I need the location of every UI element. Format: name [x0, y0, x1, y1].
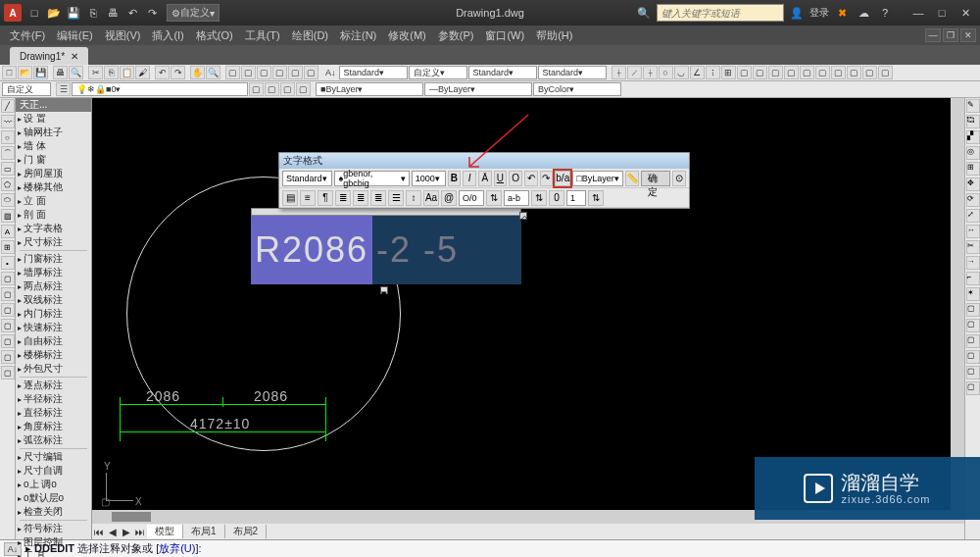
layer-mgr-icon[interactable]: ☰ — [56, 82, 71, 96]
me-align-center-icon[interactable]: ≣ — [353, 190, 368, 206]
array-icon[interactable]: ⊞ — [966, 162, 980, 176]
mirror-icon[interactable]: ▞ — [966, 130, 980, 144]
more-6-icon[interactable]: ▢ — [1, 350, 15, 364]
tb-dim-5[interactable]: ◡ — [674, 66, 689, 79]
command-option[interactable]: 放弃(U) — [159, 542, 195, 554]
layer-btn-4[interactable]: ▢ — [296, 82, 311, 96]
more-7-icon[interactable]: ▢ — [1, 366, 15, 380]
tb-dim-10[interactable]: ▢ — [753, 66, 767, 79]
sidebar-item[interactable]: ▸剖 面 — [16, 208, 91, 222]
text-icon[interactable]: A — [1, 225, 15, 238]
mtext-width-handle[interactable]: ◇ — [519, 212, 527, 220]
sidebar-item[interactable]: ▸角度标注 — [16, 420, 91, 433]
tb-dim-17[interactable]: ▢ — [862, 66, 877, 79]
command-line[interactable]: A↓ ▸ DDEDIT 选择注释对象或 [放弃(U)]: — [0, 539, 980, 557]
mtext-edit-box[interactable]: R2086 -2 -5 — [251, 216, 521, 284]
me-size-dropdown[interactable]: 1000 ▾ — [412, 171, 446, 186]
custom-label-drop[interactable]: 自定义 — [2, 82, 51, 96]
me-strikeout-button[interactable]: O — [509, 171, 522, 186]
mod-more-3[interactable]: ▢ — [966, 334, 980, 348]
explode-icon[interactable]: ✶ — [966, 287, 980, 301]
tab-layout1[interactable]: 布局1 — [183, 525, 225, 538]
sidebar-item[interactable]: ▸外包尺寸 — [16, 362, 91, 376]
me-stack-button[interactable]: b/a — [555, 171, 570, 186]
sidebar-item[interactable]: ▸图层控制 — [16, 535, 91, 549]
sidebar-item[interactable]: ▸楼梯标注 — [16, 348, 91, 362]
linetype-dropdown[interactable]: — ByLayer ▾ — [424, 82, 532, 96]
move-icon[interactable]: ✥ — [966, 177, 980, 191]
tb-dim-1[interactable]: ⟊ — [612, 66, 626, 79]
sidebar-item[interactable]: ▸o默认层o — [16, 491, 91, 505]
sidebar-item[interactable]: ▸直径标注 — [16, 406, 91, 420]
sidebar-item[interactable]: ▸快速标注 — [16, 321, 91, 334]
me-linesp-icon[interactable]: ↕ — [406, 190, 421, 206]
layout-nav-last-icon[interactable]: ⏭ — [133, 527, 147, 537]
tb-dim-16[interactable]: ▢ — [847, 66, 861, 79]
sidebar-item[interactable]: ▸尺寸标注 — [16, 235, 91, 249]
close-button[interactable]: ✕ — [955, 4, 976, 22]
signin-label[interactable]: 登录 — [809, 6, 829, 20]
sidebar-item[interactable]: ▸门 窗 — [16, 153, 91, 167]
line-icon[interactable]: ╱ — [1, 99, 15, 113]
tb-undo-icon[interactable]: ↶ — [155, 66, 170, 79]
tb-misc-2[interactable]: ▢ — [241, 66, 256, 79]
erase-icon[interactable]: ✎ — [966, 99, 980, 113]
mtext-selected-text[interactable]: R2086 — [251, 216, 372, 284]
offset-icon[interactable]: ◎ — [966, 146, 980, 160]
sidebar-item[interactable]: ▸自由标注 — [16, 334, 91, 348]
layer-btn-2[interactable]: ▢ — [265, 82, 279, 96]
trim-icon[interactable]: ✂ — [966, 240, 980, 254]
more-4-icon[interactable]: ▢ — [1, 319, 15, 332]
me-italic-button[interactable]: I — [463, 171, 476, 186]
me-options-icon[interactable]: ⊙ — [672, 171, 686, 186]
tb-cut-icon[interactable]: ✂ — [88, 66, 103, 79]
tb-zoom-icon[interactable]: 🔍 — [206, 66, 220, 79]
minimize-button[interactable]: — — [907, 4, 929, 22]
tb-misc-5[interactable]: ▢ — [288, 66, 303, 79]
poly-icon[interactable]: ⬠ — [1, 177, 15, 191]
color-dropdown[interactable]: ■ ByLayer ▾ — [316, 82, 423, 96]
stretch-icon[interactable]: ↔ — [966, 225, 980, 238]
layout-nav-prev-icon[interactable]: ◀ — [106, 527, 120, 537]
me-widthfactor-input[interactable]: 1 — [566, 190, 586, 206]
more-2-icon[interactable]: ▢ — [1, 287, 15, 301]
menu-format[interactable]: 格式(O) — [190, 28, 239, 43]
block-icon[interactable]: ⊞ — [1, 240, 15, 254]
mod-more-5[interactable]: ▢ — [966, 366, 980, 380]
qat-plot-icon[interactable]: 🖶 — [104, 4, 122, 22]
tb-dim-9[interactable]: ▢ — [737, 66, 752, 79]
tb-misc-4[interactable]: ▢ — [272, 66, 287, 79]
document-tab-close-icon[interactable]: ✕ — [71, 51, 78, 62]
sidebar-item[interactable]: ▸墙 体 — [16, 139, 91, 153]
menu-window[interactable]: 窗口(W) — [479, 28, 530, 43]
app-logo[interactable]: A — [4, 4, 22, 22]
tb-pan-icon[interactable]: ✋ — [190, 66, 205, 79]
sidebar-item[interactable]: ▸半径标注 — [16, 392, 91, 406]
sidebar-item[interactable]: ▸楼梯其他 — [16, 180, 91, 194]
me-undo-button[interactable]: ↶ — [524, 171, 538, 186]
tb-redo-icon[interactable]: ↷ — [171, 66, 185, 79]
me-para-icon[interactable]: ¶ — [318, 190, 333, 206]
tb-dim-12[interactable]: ▢ — [784, 66, 799, 79]
qat-saveas-icon[interactable]: ⎘ — [84, 4, 102, 22]
menu-parametric[interactable]: 参数(P) — [432, 28, 480, 43]
me-width-spin[interactable]: ⇅ — [588, 190, 604, 206]
dimstyle-dropdown[interactable]: 自定义 ▾ — [409, 66, 467, 79]
sidebar-item[interactable]: ▸内门标注 — [16, 307, 91, 321]
layer-dropdown[interactable]: 💡❄🔒■ 0 ▾ — [72, 82, 248, 96]
me-overline-button[interactable]: Ā — [478, 171, 492, 186]
tb-match-icon[interactable]: 🖌 — [135, 66, 150, 79]
mod-more-1[interactable]: ▢ — [966, 303, 980, 317]
tablestyle-dropdown[interactable]: Standard ▾ — [468, 66, 537, 79]
sidebar-item[interactable]: ▸房间屋顶 — [16, 167, 91, 180]
hatch-icon[interactable]: ▨ — [1, 209, 15, 223]
sidebar-item[interactable]: ▸尺寸编辑 — [16, 450, 91, 464]
mod-more-2[interactable]: ▢ — [966, 319, 980, 332]
layout-nav-first-icon[interactable]: ⏮ — [92, 527, 106, 537]
mdi-close[interactable]: ✕ — [960, 28, 976, 42]
copy-icon[interactable]: ⿻ — [966, 115, 980, 128]
mdi-minimize[interactable]: — — [925, 28, 941, 42]
tb-dim-2[interactable]: ⟋ — [627, 66, 642, 79]
scale-icon[interactable]: ⤢ — [966, 209, 980, 223]
tb-dim-7[interactable]: ⫶ — [706, 66, 720, 79]
